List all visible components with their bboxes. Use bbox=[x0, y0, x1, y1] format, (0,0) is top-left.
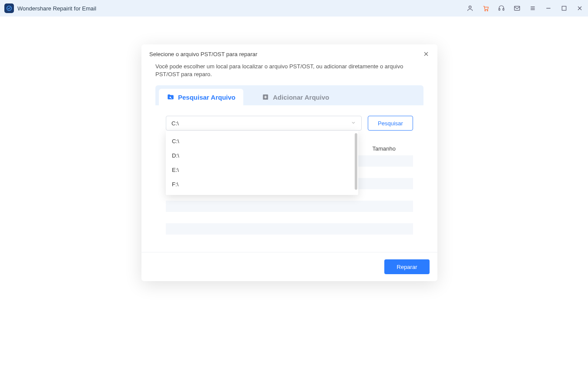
plus-square-icon bbox=[262, 93, 269, 101]
drive-option-e[interactable]: E:\ bbox=[166, 163, 358, 177]
close-icon[interactable] bbox=[576, 4, 584, 12]
drive-option-d[interactable]: D:\ bbox=[166, 148, 358, 163]
search-button[interactable]: Pesquisar bbox=[368, 116, 413, 131]
titlebar-left: Wondershare Repairit for Email bbox=[4, 3, 96, 13]
tab-add-file[interactable]: Adicionar Arquivo bbox=[254, 89, 337, 105]
headset-icon[interactable] bbox=[497, 4, 505, 12]
search-panel: C:\ Pesquisar C:\ D:\ E:\ F:\ Tamanho bbox=[155, 105, 423, 239]
dialog-footer: Reparar bbox=[141, 252, 437, 281]
svg-rect-4 bbox=[499, 9, 500, 10]
folder-search-icon bbox=[167, 93, 175, 101]
dialog-close-button[interactable] bbox=[423, 50, 430, 57]
svg-point-2 bbox=[485, 10, 486, 11]
svg-rect-5 bbox=[503, 9, 504, 10]
dialog-description: Você pode escolher um local para localiz… bbox=[141, 62, 437, 85]
cart-icon[interactable] bbox=[482, 4, 490, 12]
minimize-icon[interactable] bbox=[544, 4, 552, 12]
drive-select-value: C:\ bbox=[171, 120, 179, 127]
chevron-down-icon bbox=[351, 120, 356, 127]
app-logo bbox=[4, 3, 14, 13]
repair-button-label: Reparar bbox=[397, 264, 417, 270]
mail-icon[interactable] bbox=[513, 4, 521, 12]
drive-option-c[interactable]: C:\ bbox=[166, 134, 358, 148]
dropdown-scrollbar[interactable] bbox=[355, 133, 357, 190]
menu-icon[interactable] bbox=[529, 4, 537, 12]
drive-option-f[interactable]: F:\ bbox=[166, 177, 358, 191]
drive-select[interactable]: C:\ bbox=[166, 116, 362, 131]
table-row bbox=[166, 212, 413, 223]
maximize-icon[interactable] bbox=[560, 4, 568, 12]
svg-point-16 bbox=[170, 97, 171, 98]
svg-rect-11 bbox=[562, 6, 566, 10]
search-row: C:\ Pesquisar bbox=[166, 116, 413, 131]
tab-add-label: Adicionar Arquivo bbox=[273, 94, 329, 101]
table-row bbox=[166, 223, 413, 235]
tab-area: Pesquisar Arquivo Adicionar Arquivo bbox=[155, 85, 423, 105]
table-row bbox=[166, 201, 413, 212]
tab-search-file[interactable]: Pesquisar Arquivo bbox=[159, 89, 243, 105]
drive-dropdown: C:\ D:\ E:\ F:\ bbox=[166, 131, 358, 195]
dialog-header: Selecione o arquivo PST/OST para reparar bbox=[141, 44, 437, 62]
tab-search-label: Pesquisar Arquivo bbox=[178, 94, 235, 101]
svg-point-1 bbox=[469, 6, 471, 8]
select-file-dialog: Selecione o arquivo PST/OST para reparar… bbox=[141, 44, 437, 281]
app-title: Wondershare Repairit for Email bbox=[17, 5, 96, 12]
tabs: Pesquisar Arquivo Adicionar Arquivo bbox=[159, 89, 420, 105]
svg-point-3 bbox=[487, 10, 488, 11]
search-button-label: Pesquisar bbox=[378, 120, 403, 127]
repair-button[interactable]: Reparar bbox=[384, 259, 430, 274]
titlebar-right bbox=[466, 4, 584, 12]
user-icon[interactable] bbox=[466, 4, 474, 12]
dialog-title: Selecione o arquivo PST/OST para reparar bbox=[149, 51, 257, 57]
titlebar: Wondershare Repairit for Email bbox=[0, 0, 588, 17]
